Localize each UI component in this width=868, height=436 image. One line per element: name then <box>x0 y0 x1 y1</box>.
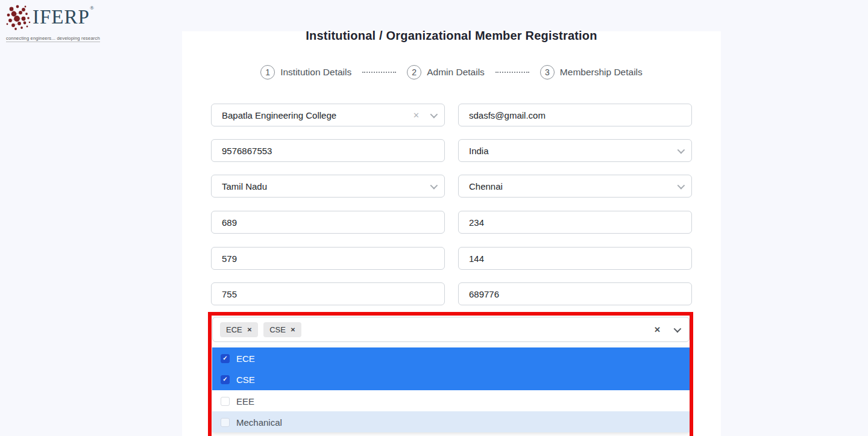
numeric-input-1[interactable]: 689 <box>211 211 445 234</box>
selected-chips: ECE ✕ CSE ✕ <box>220 322 654 337</box>
option-eee[interactable]: EEE <box>212 390 690 412</box>
step-label: Institution Details <box>280 67 351 78</box>
option-cse[interactable]: ✓ CSE <box>212 369 690 390</box>
option-mechanical[interactable]: Mechanical <box>212 411 690 432</box>
step-number: 2 <box>407 65 421 79</box>
state-select[interactable]: Tamil Nadu <box>211 175 445 198</box>
step-membership-details[interactable]: 3 Membership Details <box>540 65 643 79</box>
country-select[interactable]: India <box>458 139 692 162</box>
chevron-down-icon[interactable] <box>674 325 682 332</box>
field-value: 689 <box>222 217 436 228</box>
numeric-input-6[interactable]: 689776 <box>458 282 692 305</box>
chip-label: CSE <box>269 325 286 334</box>
field-value: 144 <box>469 254 683 264</box>
chip-remove-icon[interactable]: ✕ <box>247 326 252 333</box>
chevron-down-icon <box>678 181 685 189</box>
brand-tagline: connecting engineers... developing resea… <box>6 36 100 42</box>
option-label: EEE <box>236 396 254 406</box>
step-institution-details[interactable]: 1 Institution Details <box>260 65 351 79</box>
numeric-input-4[interactable]: 144 <box>458 247 692 270</box>
page-title: Institutional / Organizational Member Re… <box>182 29 721 43</box>
field-value: 9576867553 <box>222 146 436 156</box>
chevron-down-icon <box>678 146 685 154</box>
departments-multiselect[interactable]: ECE ✕ CSE ✕ ✕ <box>212 317 690 342</box>
chip-cse: CSE ✕ <box>263 322 301 337</box>
step-number: 1 <box>260 65 275 79</box>
email-input[interactable]: sdasfs@gmail.com <box>458 104 692 126</box>
brand-name: IFERP <box>33 6 90 28</box>
option-ece[interactable]: ✓ ECE <box>212 347 690 369</box>
registration-stepper: 1 Institution Details 2 Admin Details 3 … <box>182 65 721 79</box>
checkbox-checked-icon[interactable]: ✓ <box>221 354 230 363</box>
field-value: 755 <box>222 289 436 299</box>
field-value: 689776 <box>469 289 683 299</box>
chevron-down-icon <box>430 110 438 118</box>
step-connector <box>495 72 529 73</box>
chevron-down-icon <box>430 181 438 189</box>
field-value: India <box>469 146 678 156</box>
field-value: 579 <box>222 254 436 264</box>
departments-dropdown: ✓ ECE ✓ CSE EEE Mechanical <box>212 347 690 432</box>
step-label: Membership Details <box>560 67 643 78</box>
field-value: sdasfs@gmail.com <box>469 110 683 120</box>
clear-icon[interactable]: ✕ <box>413 111 420 120</box>
city-select[interactable]: Chennai <box>458 175 692 198</box>
checkbox-checked-icon[interactable]: ✓ <box>221 375 230 384</box>
mobile-number-input[interactable]: 9576867553 <box>211 139 445 162</box>
field-value: Bapatla Engineering College <box>222 110 413 120</box>
step-number: 3 <box>540 65 555 79</box>
option-label: CSE <box>236 375 255 385</box>
registered-mark: ® <box>90 5 94 11</box>
institution-name-select[interactable]: Bapatla Engineering College ✕ <box>211 104 445 126</box>
field-value: Chennai <box>469 181 678 192</box>
numeric-input-3[interactable]: 579 <box>211 247 445 270</box>
clear-all-icon[interactable]: ✕ <box>654 325 661 334</box>
field-value: 234 <box>469 217 683 228</box>
numeric-input-5[interactable]: 755 <box>211 282 445 305</box>
checkbox-unchecked-icon[interactable] <box>221 397 230 406</box>
numeric-input-2[interactable]: 234 <box>458 211 692 234</box>
step-label: Admin Details <box>427 67 485 78</box>
step-admin-details[interactable]: 2 Admin Details <box>407 65 485 79</box>
chip-ece: ECE ✕ <box>220 322 258 337</box>
field-value: Tamil Nadu <box>222 181 430 192</box>
option-label: ECE <box>236 353 255 364</box>
chip-remove-icon[interactable]: ✕ <box>291 326 295 333</box>
step-connector <box>362 72 396 73</box>
option-label: Mechanical <box>236 417 282 428</box>
checkbox-unchecked-icon[interactable] <box>221 418 230 427</box>
chip-label: ECE <box>226 325 242 334</box>
globe-dots-icon <box>5 4 33 31</box>
iferp-logo: IFERP® connecting engineers... developin… <box>5 4 107 42</box>
